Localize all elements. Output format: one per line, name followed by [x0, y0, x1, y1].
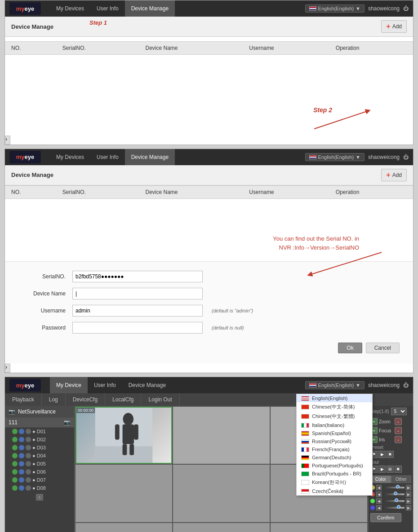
sub-nav-localcfg[interactable]: LocalCfg [105, 393, 141, 406]
username-input[interactable] [72, 305, 203, 317]
color-left-4[interactable]: ◀ [376, 505, 382, 510]
ch-btn-green-d08[interactable] [12, 485, 18, 491]
nav-device-manage-2[interactable]: Device Manage [125, 149, 175, 165]
nav-user-info-1[interactable]: User Info [90, 0, 125, 17]
preset-btn-3[interactable]: ✖ [387, 451, 394, 458]
cancel-button[interactable]: Cancel [366, 343, 400, 353]
ch-btn-blue-d02[interactable] [19, 437, 24, 442]
channel-d01[interactable]: ● D01 [5, 427, 74, 435]
lang-item-es[interactable]: Spanish(Español) [297, 429, 372, 437]
tour-btn-2[interactable]: ▶ [378, 466, 386, 473]
color-right-1[interactable]: ▶ [406, 485, 411, 490]
logout-icon-2[interactable]: ⏻ [403, 154, 409, 160]
ch-btn-blue-d05[interactable] [19, 461, 24, 466]
contrast-slider[interactable] [383, 493, 405, 495]
ch-btn-green-d04[interactable] [12, 453, 18, 458]
ch-btn-blue-d03[interactable] [19, 445, 24, 450]
devname-input[interactable] [72, 288, 203, 299]
brightness-slider[interactable] [383, 487, 405, 488]
tour-btn-3[interactable]: ⊞ [387, 466, 394, 473]
color-left-3[interactable]: ◀ [376, 498, 382, 504]
lang-item-cn2[interactable]: Chinese(中文-繁體) [297, 412, 372, 421]
color-right-4[interactable]: ▶ [406, 505, 411, 510]
scroll-btn-1[interactable]: › [5, 136, 10, 145]
video-cell-2[interactable] [173, 407, 270, 464]
ch-btn-grey-d02[interactable] [26, 437, 31, 442]
lang-button-2[interactable]: English(English) ▼ [305, 153, 365, 161]
lang-item-cz[interactable]: Czech(Česká) [297, 487, 372, 495]
add-button-1[interactable]: + Add [381, 20, 407, 33]
serial-input[interactable] [72, 271, 203, 282]
channel-d03[interactable]: ● D03 [5, 444, 74, 452]
ch-btn-grey-d06[interactable] [26, 469, 31, 475]
ch-btn-grey-d07[interactable] [26, 477, 31, 483]
ch-btn-green-d05[interactable] [12, 461, 18, 466]
sub-nav-devicecfg[interactable]: DeviceCfg [66, 393, 105, 406]
nav-my-device-3[interactable]: My Device [50, 377, 88, 393]
zoom-minus-btn[interactable]: - [395, 418, 402, 425]
ch-btn-green-d07[interactable] [12, 477, 18, 483]
ch-btn-blue-d01[interactable] [19, 429, 24, 434]
ch-btn-blue-d04[interactable] [19, 453, 24, 458]
preset-btn-2[interactable]: ▶ [378, 451, 386, 458]
scroll-btn-2[interactable]: › [5, 364, 10, 373]
ok-button[interactable]: Ok [338, 343, 362, 353]
sub-nav-playback[interactable]: Playback [5, 393, 42, 406]
nav-user-info-3[interactable]: User Info [88, 377, 122, 393]
sub-nav-log[interactable]: Log [42, 393, 66, 406]
ch-btn-blue-d06[interactable] [19, 469, 24, 475]
lang-item-pt[interactable]: Portuguese(Português) [297, 462, 372, 470]
other-tab[interactable]: Other [391, 475, 412, 483]
device-111[interactable]: 111 📷 [5, 418, 74, 427]
focus-minus-btn[interactable]: - [395, 427, 402, 434]
color-tab[interactable]: Color [370, 475, 391, 483]
ch-btn-grey-d08[interactable] [26, 485, 31, 491]
color-right-2[interactable]: ▶ [406, 492, 411, 497]
ch-btn-grey-d03[interactable] [26, 445, 31, 450]
add-button-2[interactable]: + Add [381, 169, 407, 181]
lang-button-1[interactable]: English(English) ▼ [305, 4, 365, 13]
ch-btn-green-d01[interactable] [12, 429, 18, 434]
nav-device-manage-1[interactable]: Device Manage [125, 0, 175, 17]
ch-btn-grey-d05[interactable] [26, 461, 31, 466]
ch-btn-green-d06[interactable] [12, 469, 18, 475]
iris-minus-btn[interactable]: - [395, 436, 402, 443]
lang-item-de[interactable]: German(Deutsch) [297, 453, 372, 462]
video-cell-4[interactable] [76, 465, 172, 522]
ch-btn-blue-d08[interactable] [19, 485, 24, 491]
nav-device-manage-3[interactable]: Device Manage [122, 377, 172, 393]
hue-slider[interactable] [383, 507, 405, 509]
lang-button-3[interactable]: English(English) ▼ [305, 381, 365, 389]
ch-btn-green-d02[interactable] [12, 437, 18, 442]
saturation-slider[interactable] [383, 500, 405, 502]
lang-item-en[interactable]: English(English) [297, 394, 372, 402]
lang-item-it[interactable]: Italian(Italiano) [297, 421, 372, 429]
tour-btn-4[interactable]: ✖ [395, 466, 402, 473]
video-cell-9[interactable] [271, 523, 367, 532]
channel-d08[interactable]: ● D08 [5, 484, 74, 492]
logout-icon-3[interactable]: ⏻ [403, 382, 409, 388]
left-scroll-arrow[interactable]: › [36, 494, 43, 501]
channel-d07[interactable]: ● D07 [5, 476, 74, 484]
lang-item-fr[interactable]: French(Français) [297, 445, 372, 453]
logout-icon-1[interactable]: ⏻ [403, 5, 409, 12]
nav-my-devices-2[interactable]: My Devices [50, 149, 90, 165]
video-cell-1[interactable]: 00:00:00 [76, 407, 172, 464]
lang-item-cn1[interactable]: Chinese(中文-简体) [297, 402, 372, 412]
nav-my-devices-1[interactable]: My Devices [50, 0, 90, 17]
ch-btn-grey-d04[interactable] [26, 453, 31, 458]
lang-item-kr[interactable]: Korean(한국어) [297, 478, 372, 487]
color-right-3[interactable]: ▶ [406, 498, 411, 504]
color-left-2[interactable]: ◀ [376, 492, 382, 497]
password-input[interactable] [72, 322, 203, 334]
lang-item-ru[interactable]: Russian(Русский) [297, 437, 372, 445]
sub-nav-loginout[interactable]: Login Out [141, 393, 179, 406]
video-cell-5[interactable] [173, 465, 270, 522]
ch-btn-blue-d07[interactable] [19, 477, 24, 483]
confirm-button[interactable]: Confirm [370, 513, 401, 522]
step-select[interactable]: 51234 [391, 408, 407, 415]
channel-d06[interactable]: ● D06 [5, 468, 74, 476]
video-cell-7[interactable] [76, 523, 172, 532]
ch-btn-grey-d01[interactable] [26, 429, 31, 434]
channel-d05[interactable]: ● D05 [5, 460, 74, 468]
